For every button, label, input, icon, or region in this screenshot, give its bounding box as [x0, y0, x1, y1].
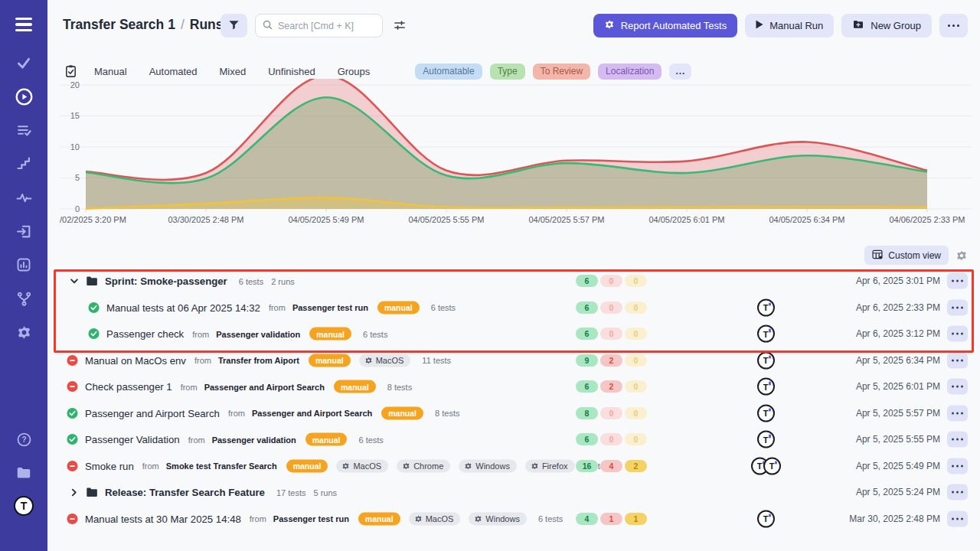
header-actions: Report Automated Tests Manual Run New Gr… — [593, 14, 968, 37]
report-automated-tests-button[interactable]: Report Automated Tests — [593, 14, 738, 37]
row-menu-button[interactable] — [947, 510, 968, 527]
row-menu-button[interactable] — [947, 458, 968, 474]
assignee-avatar: T — [757, 325, 775, 343]
tab-unfinished[interactable]: Unfinished — [268, 66, 315, 77]
count-pill-green: 9 — [576, 354, 598, 367]
defects-list-check-icon[interactable] — [12, 119, 35, 141]
from-label: from — [192, 329, 209, 338]
chart-canvas: 05101520 — [60, 79, 972, 212]
run-title[interactable]: Passenger check — [106, 328, 184, 340]
search-input[interactable] — [278, 21, 375, 31]
row-menu-button[interactable] — [947, 352, 968, 368]
custom-view-button[interactable]: Custom view — [864, 246, 949, 265]
search-settings-button[interactable] — [391, 18, 408, 34]
ellipsis-icon — [952, 439, 963, 441]
chevron-down-icon[interactable] — [70, 276, 79, 285]
run-row[interactable]: Manual tests at 30 Mar 2025 14:48fromPas… — [47, 506, 980, 533]
run-title[interactable]: Smoke run — [85, 460, 134, 471]
run-row[interactable]: Manual tests at 06 Apr 2025 14:32fromPas… — [47, 295, 980, 321]
x-axis-label: 04/06/2025 2:33 PM — [889, 215, 965, 224]
settings-gear-icon[interactable] — [12, 321, 35, 343]
milestones-steps-icon[interactable] — [12, 153, 35, 174]
run-title[interactable]: Manual tests at 30 Mar 2025 14:48 — [85, 513, 241, 524]
integrations-branch-icon[interactable] — [12, 288, 35, 309]
run-row[interactable]: Manual on MacOs envfromTransfer from Aip… — [47, 347, 980, 374]
run-row[interactable]: Passenger and Airport SearchfromPassenge… — [47, 400, 980, 427]
row-menu-button[interactable] — [947, 484, 968, 500]
row-menu-button[interactable] — [947, 432, 968, 448]
new-group-button[interactable]: New Group — [841, 14, 932, 37]
more-actions-button[interactable] — [939, 14, 968, 37]
search-box[interactable] — [255, 14, 383, 37]
chevron-right-icon[interactable] — [70, 487, 79, 497]
run-title[interactable]: Check passenger 1 — [85, 381, 172, 393]
chips-more-button[interactable]: ... — [669, 64, 691, 80]
test-cases-check-icon[interactable] — [12, 52, 35, 73]
count-pill-green: 16 — [576, 460, 598, 472]
tests-count: 8 tests — [435, 409, 459, 418]
ellipsis-icon — [952, 359, 963, 361]
result-counts: 1642 — [576, 460, 647, 472]
platform-chip-macos: MacOS — [359, 354, 411, 367]
manual-badge: manual — [377, 301, 420, 314]
row-menu-button[interactable] — [947, 379, 968, 395]
tab-groups[interactable]: Groups — [338, 66, 371, 77]
count-pill-yellow: 0 — [625, 380, 647, 393]
result-counts: 600 — [576, 328, 647, 340]
group-row[interactable]: Release: Transfer Search Feature17 tests… — [47, 479, 980, 506]
help-icon[interactable]: ? — [12, 429, 35, 450]
tests-count: 11 tests — [422, 356, 451, 365]
view-settings-gear-icon[interactable] — [956, 249, 968, 262]
group-row[interactable]: Sprint: Smoke-passenger6 tests2 runs600A… — [47, 268, 980, 295]
manual-run-button[interactable]: Manual Run — [745, 14, 834, 37]
group-runs-count: 2 runs — [271, 276, 295, 285]
import-icon[interactable] — [12, 220, 35, 242]
run-date: Mar 30, 2025 2:48 PM — [849, 514, 940, 524]
tab-automated[interactable]: Automated — [149, 66, 198, 77]
analytics-icon[interactable] — [12, 254, 35, 276]
run-row[interactable]: Passenger ValidationfromPassenger valida… — [47, 426, 980, 453]
activity-pulse-icon[interactable] — [12, 187, 35, 208]
count-pill-green: 6 — [576, 302, 598, 314]
run-title[interactable]: Manual on MacOs env — [85, 354, 186, 366]
tab-manual[interactable]: Manual — [94, 66, 127, 77]
manual-badge: manual — [358, 512, 400, 525]
status-failed-icon — [67, 460, 78, 471]
run-source: Transfer from Aiport — [218, 356, 299, 365]
chip-localization[interactable]: Localization — [598, 64, 662, 80]
assignee-avatars: T — [748, 431, 783, 448]
user-avatar[interactable]: T — [14, 496, 34, 516]
filter-button[interactable] — [220, 14, 247, 37]
folder-icon — [86, 276, 98, 287]
row-menu-button[interactable] — [947, 273, 968, 289]
svg-text:?: ? — [21, 435, 26, 444]
svg-text:5: 5 — [75, 173, 80, 182]
assignee-avatars: T — [748, 404, 783, 422]
chip-type[interactable]: Type — [490, 64, 525, 80]
run-row[interactable]: Check passenger 1fromPassenger and Airpo… — [47, 373, 980, 400]
ellipsis-icon — [952, 333, 963, 335]
count-pill-yellow: 0 — [625, 302, 647, 314]
row-menu-button[interactable] — [947, 299, 968, 315]
run-date: Apr 5, 2025 6:34 PM — [856, 355, 940, 366]
count-pill-green: 4 — [576, 513, 598, 525]
runs-play-icon[interactable] — [12, 86, 35, 107]
menu-icon[interactable] — [12, 14, 35, 35]
clipboard-check-icon — [64, 64, 77, 78]
run-date: Apr 6, 2025 3:12 PM — [856, 328, 940, 339]
ellipsis-icon — [952, 465, 963, 467]
run-title[interactable]: Passenger and Airport Search — [85, 407, 220, 419]
documents-folder-icon[interactable] — [12, 462, 35, 484]
row-menu-button[interactable] — [947, 326, 968, 342]
chip-automatable[interactable]: Automatable — [415, 64, 482, 80]
result-counts: 600 — [576, 302, 647, 314]
row-menu-button[interactable] — [947, 405, 968, 421]
run-title[interactable]: Passenger Validation — [85, 434, 180, 445]
run-source: Passenger validation — [216, 329, 300, 338]
run-row[interactable]: Passenger checkfromPassenger validationm… — [47, 321, 980, 347]
run-row[interactable]: Smoke runfromSmoke test Transfer Searchm… — [47, 453, 980, 480]
platform-chip-macos: MacOS — [336, 459, 388, 472]
chip-to-review[interactable]: To Review — [533, 64, 590, 80]
tab-mixed[interactable]: Mixed — [220, 66, 247, 77]
run-title[interactable]: Manual tests at 06 Apr 2025 14:32 — [106, 302, 260, 313]
